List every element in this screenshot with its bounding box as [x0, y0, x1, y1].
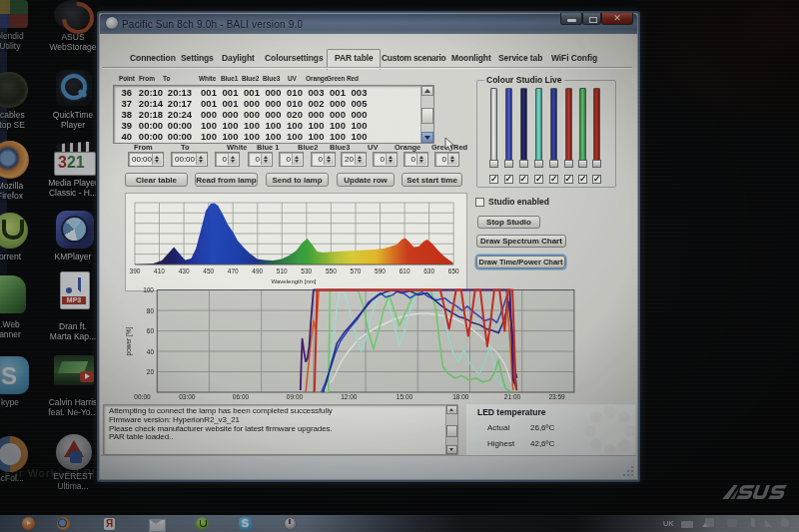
svg-text:610: 610	[400, 267, 410, 274]
svg-text:650: 650	[448, 267, 459, 274]
svg-text:590: 590	[375, 267, 386, 274]
svg-text:530: 530	[301, 267, 312, 274]
svg-text:510: 510	[277, 267, 288, 274]
svg-text:390: 390	[130, 267, 141, 274]
svg-text:00:00: 00:00	[134, 393, 151, 400]
svg-text:410: 410	[154, 267, 165, 274]
svg-text:470: 470	[228, 267, 239, 274]
svg-text:630: 630	[423, 267, 434, 274]
svg-text:570: 570	[351, 267, 362, 274]
svg-text:490: 490	[252, 267, 263, 274]
svg-text:06:00: 06:00	[233, 393, 250, 400]
svg-text:21:00: 21:00	[504, 393, 521, 400]
svg-text:15:00: 15:00	[397, 393, 413, 400]
svg-text:power [%]: power [%]	[125, 326, 133, 355]
svg-text:100: 100	[143, 286, 154, 293]
svg-text:09:00: 09:00	[287, 393, 304, 400]
svg-text:550: 550	[326, 267, 337, 274]
svg-text:80: 80	[147, 307, 155, 314]
svg-text:03:00: 03:00	[179, 393, 196, 400]
svg-text:20: 20	[147, 368, 155, 375]
svg-text:18:00: 18:00	[452, 393, 469, 400]
svg-text:430: 430	[179, 267, 190, 274]
svg-text:60: 60	[147, 327, 155, 334]
svg-text:12:00: 12:00	[341, 393, 358, 400]
svg-text:450: 450	[203, 267, 214, 274]
svg-text:40: 40	[147, 348, 155, 355]
svg-text:23:59: 23:59	[548, 393, 565, 400]
